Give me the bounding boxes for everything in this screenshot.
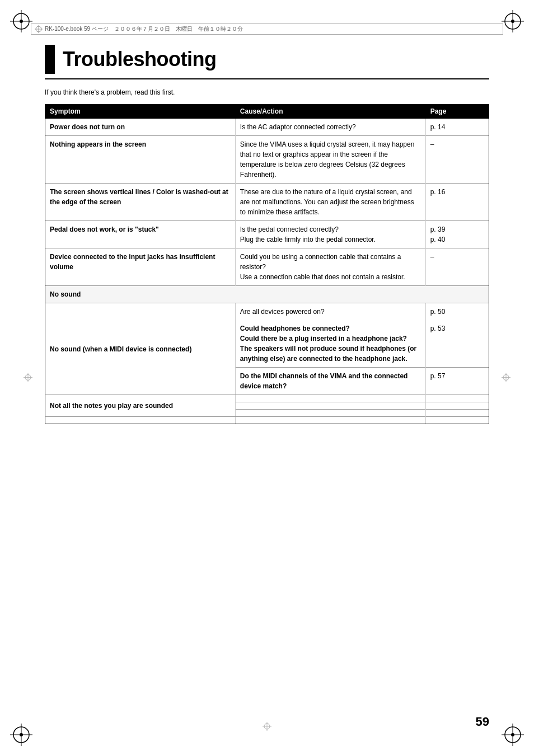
cause-cell: These are due to the nature of a liquid …: [235, 184, 425, 221]
intro-text: If you think there's a problem, read thi…: [45, 88, 489, 96]
header-bar: RK-100-e.book 59 ページ ２００６年７月２０日 木曜日 午前１０…: [31, 24, 503, 35]
troubleshooting-table: Symptom Cause/Action Page Power does not…: [45, 104, 489, 424]
page-cell: [425, 402, 489, 410]
cause-cell: Could headphones be connected?Could ther…: [235, 320, 425, 368]
page-cell: p. 53: [425, 320, 489, 368]
page-container: RK-100-e.book 59 ページ ２００６年７月２０日 木曜日 午前１０…: [0, 0, 534, 756]
cause-cell: Is the AC adaptor connected correctly?: [235, 119, 425, 136]
corner-mark-tr: [502, 10, 524, 32]
cause-cell: Is the pedal connected correctly?Plug th…: [235, 221, 425, 248]
symptom-cell: Nothing appears in the screen: [45, 136, 236, 184]
main-content: Troubleshooting If you think there's a p…: [45, 45, 489, 424]
page-cell: –: [425, 136, 489, 184]
page-cell: p. 57: [425, 368, 489, 395]
cause-cell: [235, 402, 425, 410]
symptom-cell: Pedal does not work, or is "stuck": [45, 221, 236, 248]
corner-mark-tl: [10, 10, 32, 32]
symptom-cell: [45, 417, 236, 424]
page-cell: –: [425, 248, 489, 286]
svg-point-3: [20, 20, 23, 23]
cause-cell: [235, 417, 425, 424]
col-symptom: Symptom: [45, 105, 236, 119]
col-cause: Cause/Action: [235, 105, 425, 119]
corner-mark-br: [502, 724, 524, 746]
col-page: Page: [425, 105, 489, 119]
symptom-cell: Not all the notes you play are sounded: [45, 395, 236, 417]
table-row: Not all the notes you play are sounded: [45, 395, 489, 402]
page-cell: p. 50: [425, 303, 489, 321]
page-cell: [425, 417, 489, 424]
table-row: No sound (when a MIDI device is connecte…: [45, 303, 489, 321]
center-mark-left: [24, 373, 32, 383]
center-mark-right: [502, 373, 510, 383]
svg-point-15: [511, 733, 514, 736]
cause-cell: [235, 410, 425, 417]
table-row-header-no-sound: No sound: [45, 286, 489, 303]
table-row: Device connected to the input jacks has …: [45, 248, 489, 286]
no-sound-header: No sound: [45, 286, 489, 303]
table-row: Nothing appears in the screen Since the …: [45, 136, 489, 184]
center-mark-bottom: [263, 722, 271, 732]
cause-cell: Since the VIMA uses a liquid crystal scr…: [235, 136, 425, 184]
title-section: Troubleshooting: [45, 45, 489, 79]
svg-point-7: [511, 20, 514, 23]
header-text: RK-100-e.book 59 ページ ２００６年７月２０日 木曜日 午前１０…: [45, 25, 243, 33]
table-row: Pedal does not work, or is "stuck" Is th…: [45, 221, 489, 248]
page-cell: p. 14: [425, 119, 489, 136]
symptom-cell: Device connected to the input jacks has …: [45, 248, 236, 286]
corner-mark-bl: [10, 724, 32, 746]
title-accent-bar: [45, 45, 55, 74]
table-header-row: Symptom Cause/Action Page: [45, 105, 489, 119]
symptom-cell: Power does not turn on: [45, 119, 236, 136]
table-row: The screen shows vertical lines / Color …: [45, 184, 489, 221]
cause-cell: Are all devices powered on?: [235, 303, 425, 321]
table-row: [45, 417, 489, 424]
page-cell: [425, 395, 489, 402]
page-cell: p. 39p. 40: [425, 221, 489, 248]
page-cell: p. 16: [425, 184, 489, 221]
cause-cell: Could you be using a connection cable th…: [235, 248, 425, 286]
table-row: Power does not turn on Is the AC adaptor…: [45, 119, 489, 136]
symptom-cell: The screen shows vertical lines / Color …: [45, 184, 236, 221]
page-title: Troubleshooting: [63, 48, 216, 71]
svg-point-11: [20, 733, 23, 736]
symptom-cell: No sound (when a MIDI device is connecte…: [45, 303, 236, 395]
cause-cell: [235, 395, 425, 402]
cause-cell: Do the MIDI channels of the VIMA and the…: [235, 368, 425, 395]
page-cell: [425, 410, 489, 417]
page-number: 59: [476, 715, 489, 729]
